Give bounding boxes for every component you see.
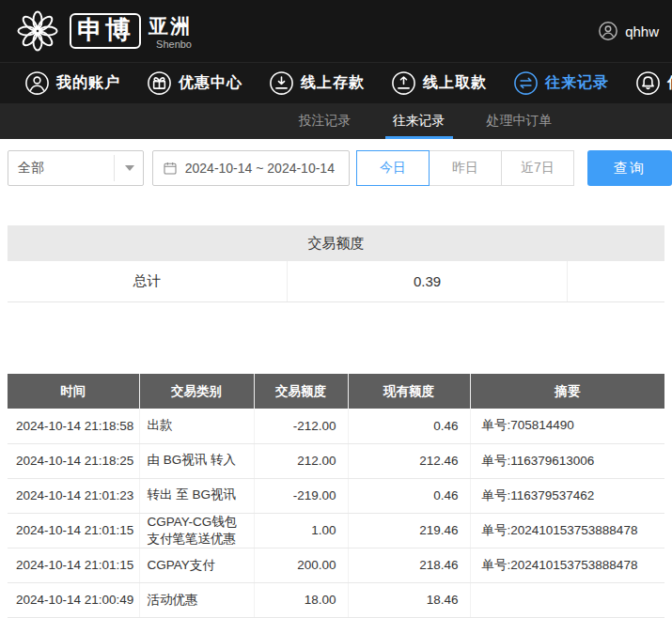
flower-logo-icon <box>13 7 62 55</box>
table-cell: 由 BG视讯 转入 <box>139 443 254 478</box>
nav-item-records[interactable]: 往来记录 <box>513 70 609 96</box>
nav-item-label: 线上取款 <box>423 73 487 93</box>
table-cell: 2024-10-14 21:01:23 <box>8 478 139 513</box>
nav-item-deposit[interactable]: 线上存款 <box>269 70 365 96</box>
spacer <box>0 197 672 225</box>
user-icon <box>24 70 50 96</box>
tab-transaction-records[interactable]: 往来记录 <box>385 103 453 139</box>
nav-item-label: 我的账户 <box>56 73 120 93</box>
table-cell: CGPAY-CG钱包支付笔笔送优惠 <box>139 513 254 548</box>
logo-shenbo-text: 申博 <box>70 13 141 49</box>
table-row: 2024-10-14 21:18:25由 BG视讯 转入212.00212.46… <box>8 443 664 478</box>
tab-bet-records[interactable]: 投注记录 <box>291 103 359 139</box>
table-cell: 2024-10-14 21:18:25 <box>8 443 139 478</box>
records-table: 时间交易类别交易额度现有额度摘要 2024-10-14 21:18:58出款-2… <box>8 374 664 618</box>
withdraw-icon <box>391 70 416 96</box>
table-cell: 2024-10-14 21:18:58 <box>8 409 139 443</box>
summary-table: 交易额度 总计 0.39 <box>8 225 664 302</box>
table-cell: 1.00 <box>254 513 348 548</box>
nav-item-withdraw[interactable]: 线上取款 <box>391 70 487 96</box>
exchange-icon <box>513 70 539 96</box>
nav-item-label: 线上存款 <box>301 73 365 93</box>
deposit-icon <box>269 70 294 96</box>
bell-icon <box>635 70 661 96</box>
table-cell: 0.46 <box>348 478 470 513</box>
top-header: 申博 亚洲 Shenbo qhhw <box>0 0 672 62</box>
table-row: 2024-10-14 21:18:58出款-212.000.46单号:70581… <box>8 409 664 443</box>
table-row: 2024-10-14 21:00:49活动优惠18.0018.46 <box>8 582 664 617</box>
table-cell: 单号:116379537462 <box>470 478 664 513</box>
nav-item-label: 优惠中心 <box>179 73 242 93</box>
table-cell: 0.46 <box>348 409 470 443</box>
table-cell: 212.46 <box>348 443 470 478</box>
username-text: qhhw <box>625 23 659 39</box>
sub-nav: 投注记录往来记录处理中订单 <box>0 103 672 139</box>
type-select[interactable]: 全部 <box>8 150 144 186</box>
type-select-value: 全部 <box>18 160 44 177</box>
table-cell: -219.00 <box>254 478 348 513</box>
table-cell: 218.46 <box>348 548 470 582</box>
table-row: 2024-10-14 21:01:15CGPAY-CG钱包支付笔笔送优惠1.00… <box>8 513 664 548</box>
column-header-1: 交易类别 <box>139 374 254 409</box>
quick-button-last7[interactable]: 近7日 <box>501 150 574 186</box>
user-account[interactable]: qhhw <box>598 21 659 41</box>
column-header-0: 时间 <box>8 374 139 409</box>
search-button[interactable]: 查询 <box>587 150 672 186</box>
sub-nav-tabs: 投注记录往来记录处理中订单 <box>278 103 573 139</box>
table-cell: 单号:202410153753888478 <box>470 548 664 582</box>
table-cell: 212.00 <box>254 443 348 478</box>
table-cell: 2024-10-14 21:01:15 <box>8 513 139 548</box>
summary-empty-cell <box>568 261 664 301</box>
nav-item-account[interactable]: 我的账户 <box>24 70 120 96</box>
nav-item-promo[interactable]: 优惠中心 <box>147 70 242 96</box>
summary-total-value: 0.39 <box>288 261 568 301</box>
table-cell: -212.00 <box>254 409 348 443</box>
table-cell: 18.00 <box>254 582 348 617</box>
calendar-icon <box>163 161 178 176</box>
column-header-3: 现有额度 <box>348 374 470 409</box>
table-cell: 单号:202410153753888478 <box>470 513 664 548</box>
select-divider <box>114 155 115 181</box>
tab-pending-orders[interactable]: 处理中订单 <box>479 103 560 139</box>
column-header-4: 摘要 <box>470 374 664 409</box>
table-cell: 转出 至 BG视讯 <box>139 478 254 513</box>
table-cell: 单号:705814490 <box>470 409 664 443</box>
logo-region-text: 亚洲 <box>148 13 192 39</box>
table-cell: 2024-10-14 21:00:49 <box>8 582 139 617</box>
summary-row: 总计 0.39 <box>8 261 664 302</box>
table-cell: 2024-10-14 21:01:15 <box>8 548 139 582</box>
main-nav: 我的账户优惠中心线上存款线上取款往来记录信息 <box>0 62 672 103</box>
table-cell <box>470 582 664 617</box>
table-row: 2024-10-14 21:01:15CGPAY支付200.00218.46单号… <box>8 548 664 582</box>
date-range-value: 2024-10-14 ~ 2024-10-14 <box>185 161 335 176</box>
table-cell: 活动优惠 <box>139 582 254 617</box>
records-body: 2024-10-14 21:18:58出款-212.000.46单号:70581… <box>8 409 664 617</box>
table-cell: CGPAY支付 <box>139 548 254 582</box>
nav-item-message[interactable]: 信息 <box>635 70 672 96</box>
quick-button-today[interactable]: 今日 <box>356 150 430 186</box>
nav-item-label: 往来记录 <box>545 73 609 93</box>
logo-subtitle: Shenbo <box>156 39 192 50</box>
chevron-down-icon <box>125 165 134 171</box>
table-cell: 219.46 <box>348 513 470 548</box>
table-cell: 出款 <box>139 409 254 443</box>
date-range-input[interactable]: 2024-10-14 ~ 2024-10-14 <box>152 150 350 186</box>
table-row: 2024-10-14 21:01:23转出 至 BG视讯-219.000.46单… <box>8 478 664 513</box>
quick-button-yesterday[interactable]: 昨日 <box>429 150 502 186</box>
logo-region-block: 亚洲 Shenbo <box>148 13 192 50</box>
user-avatar-icon <box>598 21 618 41</box>
column-header-2: 交易额度 <box>254 374 348 409</box>
nav-item-label: 信息 <box>667 73 672 93</box>
spacer <box>0 302 672 374</box>
table-cell: 200.00 <box>254 548 348 582</box>
summary-title: 交易额度 <box>8 225 664 261</box>
gift-icon <box>147 70 172 96</box>
records-header-row: 时间交易类别交易额度现有额度摘要 <box>8 374 664 409</box>
filter-bar: 全部 2024-10-14 ~ 2024-10-14 今日昨日近7日 查询 <box>0 139 672 197</box>
quick-range-group: 今日昨日近7日 <box>357 150 574 186</box>
table-cell: 单号:116379613006 <box>470 443 664 478</box>
table-cell: 18.46 <box>348 582 470 617</box>
summary-total-label: 总计 <box>8 261 288 301</box>
